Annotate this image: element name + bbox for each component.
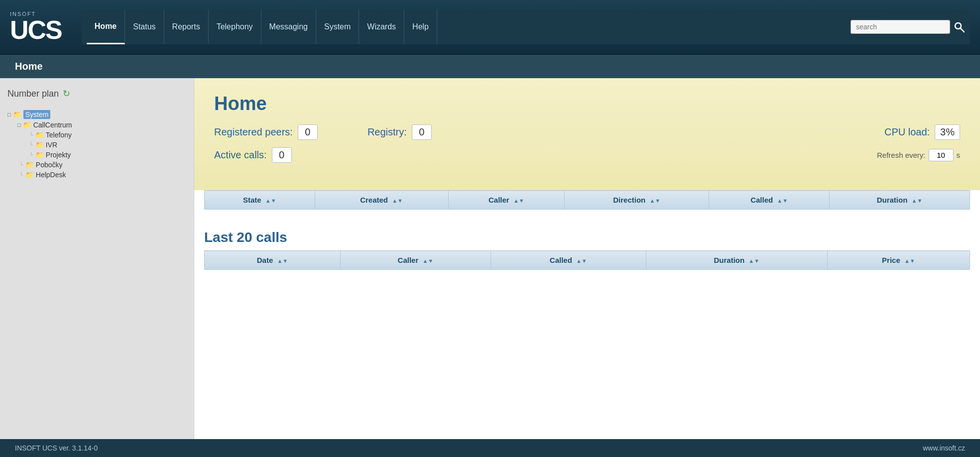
- svg-line-1: [961, 28, 964, 32]
- folder-icon-telefony: 📁: [35, 131, 44, 139]
- search-button[interactable]: [953, 21, 965, 33]
- sort-icon-last-caller: ▲▼: [422, 258, 433, 264]
- registered-peers-value: 0: [298, 124, 318, 140]
- tree: □ 📁 System □ 📁 CallCentrum └ 📁 Telefony: [7, 109, 186, 180]
- refresh-label: Refresh every:: [877, 151, 926, 159]
- active-calls-header-row: State ▲▼ Created ▲▼ Caller ▲▼ Directio: [205, 191, 970, 210]
- active-calls-table: State ▲▼ Created ▲▼ Caller ▲▼ Directio: [204, 190, 970, 210]
- registry-label: Registry:: [368, 126, 407, 138]
- refresh-control: Refresh every: s: [877, 149, 960, 161]
- cpu-load-label: CPU load:: [884, 126, 930, 138]
- sidebar-refresh-icon[interactable]: ↻: [63, 88, 70, 99]
- col-last-duration-label: Duration: [714, 256, 745, 264]
- active-calls-label: Active calls:: [214, 149, 267, 161]
- home-title: Home: [214, 93, 960, 114]
- last-calls-title: Last 20 calls: [204, 220, 970, 250]
- page-title-bar: Home: [0, 55, 980, 78]
- nav-item-wizards[interactable]: Wizards: [359, 9, 404, 44]
- col-state[interactable]: State ▲▼: [205, 191, 315, 210]
- stats-row-2: Active calls: 0 Refresh every: s: [214, 147, 960, 163]
- tree-collapse-icon[interactable]: □: [7, 112, 11, 117]
- col-direction-label: Direction: [613, 196, 645, 204]
- tree-label-callcentrum[interactable]: CallCentrum: [33, 121, 72, 129]
- sidebar: Number plan ↻ □ 📁 System □ 📁 CallCentrum…: [0, 78, 194, 439]
- app-header: INSOFT UCS Home Status Reports Telephony…: [0, 0, 980, 55]
- col-price-label: Price: [882, 256, 900, 264]
- logo-ucs-text: UCS: [10, 17, 62, 43]
- registry-value: 0: [412, 124, 432, 140]
- nav-item-home[interactable]: Home: [87, 9, 125, 44]
- tree-item-telefony[interactable]: └ 📁 Telefony: [27, 130, 186, 140]
- tree-label-projekty[interactable]: Projekty: [46, 151, 71, 159]
- sort-icon-date: ▲▼: [277, 258, 288, 264]
- footer: INSOFT UCS ver. 3.1.14-0 www.insoft.cz: [0, 439, 980, 457]
- col-price[interactable]: Price ▲▼: [827, 251, 970, 270]
- page-title: Home: [15, 61, 43, 72]
- number-plan-label: Number plan: [7, 89, 59, 99]
- tree-item-ivr[interactable]: └ 📁 IVR: [27, 140, 186, 150]
- tree-item-helpdesk[interactable]: └ 📁 HelpDesk: [17, 170, 186, 180]
- refresh-unit: s: [957, 151, 961, 159]
- refresh-value-input[interactable]: [929, 149, 954, 161]
- registered-peers-label: Registered peers:: [214, 126, 293, 138]
- folder-icon-ivr: 📁: [35, 141, 44, 149]
- folder-icon-projekty: 📁: [35, 151, 44, 159]
- col-last-called[interactable]: Called ▲▼: [490, 251, 646, 270]
- nav-item-help[interactable]: Help: [404, 9, 437, 44]
- folder-icon-callcentrum: 📁: [23, 121, 31, 129]
- footer-version: INSOFT UCS ver. 3.1.14-0: [15, 444, 98, 452]
- search-input[interactable]: [851, 20, 950, 34]
- footer-website: www.insoft.cz: [923, 444, 965, 452]
- folder-icon-system: 📁: [13, 111, 21, 118]
- tree-item-pobocky[interactable]: └ 📁 Pobočky: [17, 160, 186, 170]
- col-last-caller-label: Caller: [398, 256, 419, 264]
- col-created-label: Created: [360, 196, 388, 204]
- tree-label-telefony[interactable]: Telefony: [46, 131, 72, 139]
- last-calls-section: Last 20 calls Date ▲▼ Caller ▲▼ Called: [194, 220, 980, 280]
- search-icon: [953, 21, 965, 33]
- folder-icon-helpdesk: 📁: [25, 171, 34, 179]
- nav-item-telephony[interactable]: Telephony: [209, 9, 261, 44]
- nav-item-reports[interactable]: Reports: [164, 9, 209, 44]
- tree-label-helpdesk[interactable]: HelpDesk: [36, 171, 66, 179]
- col-called[interactable]: Called ▲▼: [709, 191, 830, 210]
- main-nav: Home Status Reports Telephony Messaging …: [82, 9, 970, 44]
- last-calls-table-header: Date ▲▼ Caller ▲▼ Called ▲▼ Duration: [205, 251, 970, 270]
- search-area: [851, 20, 965, 34]
- nav-item-messaging[interactable]: Messaging: [261, 9, 316, 44]
- tree-children-callcentrum: └ 📁 Telefony └ 📁 IVR └ 📁 Projekty: [27, 130, 186, 160]
- cpu-load-value: 3%: [935, 124, 960, 140]
- tree-collapse-callcentrum[interactable]: □: [17, 122, 21, 128]
- nav-item-system[interactable]: System: [316, 9, 359, 44]
- active-calls-value: 0: [272, 147, 292, 163]
- col-last-caller[interactable]: Caller ▲▼: [341, 251, 491, 270]
- col-caller[interactable]: Caller ▲▼: [448, 191, 565, 210]
- active-calls-stat: Active calls: 0: [214, 147, 292, 163]
- tree-label-pobocky[interactable]: Pobočky: [36, 161, 63, 169]
- cpu-load-stat: CPU load: 3%: [884, 124, 960, 140]
- col-duration[interactable]: Duration ▲▼: [829, 191, 970, 210]
- nav-item-status[interactable]: Status: [125, 9, 164, 44]
- sidebar-header: Number plan ↻: [7, 88, 186, 99]
- sort-icon-last-called: ▲▼: [576, 258, 587, 264]
- registered-peers-stat: Registered peers: 0: [214, 124, 318, 140]
- tree-item-projekty[interactable]: └ 📁 Projekty: [27, 150, 186, 160]
- sort-icon-duration: ▲▼: [912, 198, 923, 204]
- col-created[interactable]: Created ▲▼: [315, 191, 448, 210]
- active-calls-section: State ▲▼ Created ▲▼ Caller ▲▼ Directio: [194, 190, 980, 220]
- col-date[interactable]: Date ▲▼: [205, 251, 341, 270]
- tree-label-ivr[interactable]: IVR: [46, 141, 57, 149]
- col-last-called-label: Called: [550, 256, 572, 264]
- col-last-duration[interactable]: Duration ▲▼: [646, 251, 827, 270]
- col-date-label: Date: [257, 256, 273, 264]
- tree-root-label[interactable]: System: [23, 110, 51, 119]
- tree-item-callcentrum[interactable]: □ 📁 CallCentrum: [17, 120, 186, 130]
- sort-icon-created: ▲▼: [392, 198, 403, 204]
- active-calls-table-header: State ▲▼ Created ▲▼ Caller ▲▼ Directio: [205, 191, 970, 210]
- col-direction[interactable]: Direction ▲▼: [565, 191, 709, 210]
- folder-icon-pobocky: 📁: [25, 161, 34, 169]
- stats-row-1: Registered peers: 0 Registry: 0 CPU load…: [214, 124, 960, 140]
- col-caller-label: Caller: [489, 196, 509, 204]
- col-called-label: Called: [750, 196, 773, 204]
- tree-root[interactable]: □ 📁 System: [7, 109, 186, 120]
